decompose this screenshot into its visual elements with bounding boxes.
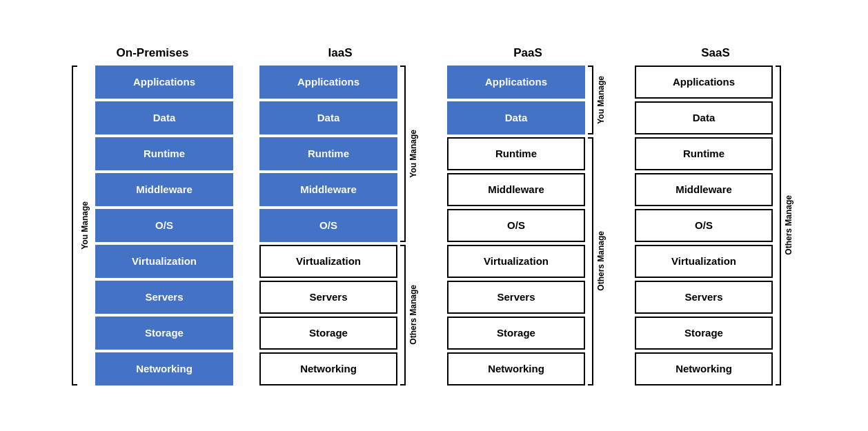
cell-saas-6: Servers [635, 281, 773, 314]
cell-saas-3: Middleware [635, 173, 773, 206]
cell-on-premises-8: Networking [95, 352, 233, 385]
right-brackets-paas: You Manage Others Manage [588, 66, 609, 385]
cell-paas-6: Servers [447, 281, 585, 314]
col-title-saas: SaaS [701, 46, 730, 60]
cell-paas-7: Storage [447, 317, 585, 350]
column-paas: PaaS Applications Data Runtime Middlewar… [447, 46, 609, 385]
cell-paas-8: Networking [447, 352, 585, 385]
column-saas: SaaS Applications Data Runtime Middlewar… [635, 46, 796, 385]
cell-iaas-3: Middleware [259, 173, 397, 206]
column-on-premises: On-Premises You Manage Applications Data… [72, 46, 233, 385]
cell-paas-0: Applications [447, 66, 585, 99]
cell-paas-1: Data [447, 101, 585, 134]
col-title-iaas: IaaS [328, 46, 353, 60]
cell-on-premises-2: Runtime [95, 137, 233, 170]
cell-saas-8: Networking [635, 352, 773, 385]
cell-on-premises-7: Storage [95, 317, 233, 350]
right-brackets-iaas: You Manage Others Manage [400, 66, 421, 385]
col-title-on-premises: On-Premises [117, 46, 189, 60]
cell-saas-0: Applications [635, 66, 773, 99]
cell-saas-7: Storage [635, 317, 773, 350]
cells-saas: Applications Data Runtime Middleware O/S… [635, 66, 773, 385]
cell-saas-1: Data [635, 101, 773, 134]
right-bracket-iaas-bottom-label: Others Manage [407, 285, 420, 345]
cell-iaas-5: Virtualization [259, 245, 397, 278]
cell-on-premises-1: Data [95, 101, 233, 134]
cell-on-premises-0: Applications [95, 66, 233, 99]
col-title-paas: PaaS [513, 46, 542, 60]
cell-iaas-7: Storage [259, 317, 397, 350]
cell-paas-3: Middleware [447, 173, 585, 206]
cell-paas-2: Runtime [447, 137, 585, 170]
cell-iaas-0: Applications [259, 66, 397, 99]
cell-saas-4: O/S [635, 209, 773, 242]
cell-iaas-4: O/S [259, 209, 397, 242]
cell-paas-5: Virtualization [447, 245, 585, 278]
cell-iaas-2: Runtime [259, 137, 397, 170]
right-bracket-paas-top-label: You Manage [595, 76, 607, 124]
cell-iaas-8: Networking [259, 352, 397, 385]
cells-iaas: Applications Data Runtime Middleware O/S… [259, 66, 397, 385]
cell-on-premises-3: Middleware [95, 173, 233, 206]
column-iaas: IaaS Applications Data Runtime Middlewar… [259, 46, 421, 385]
right-bracket-paas-bottom-label: Others Manage [595, 231, 607, 291]
cell-iaas-6: Servers [259, 281, 397, 314]
cell-on-premises-5: Virtualization [95, 245, 233, 278]
left-bracket-label-on-premises: You Manage [79, 201, 91, 250]
cell-on-premises-4: O/S [95, 209, 233, 242]
left-bracket-on-premises: You Manage [72, 66, 92, 385]
cell-paas-4: O/S [447, 209, 585, 242]
right-bracket-iaas-top-label: You Manage [407, 130, 420, 178]
cells-paas: Applications Data Runtime Middleware O/S… [447, 66, 585, 385]
right-bracket-saas: Others Manage [776, 66, 796, 385]
cell-iaas-1: Data [259, 101, 397, 134]
right-bracket-saas-label: Others Manage [782, 195, 795, 255]
cell-saas-2: Runtime [635, 137, 773, 170]
cell-saas-5: Virtualization [635, 245, 773, 278]
cells-on-premises: Applications Data Runtime Middleware O/S… [95, 66, 233, 385]
cell-on-premises-6: Servers [95, 281, 233, 314]
diagram: On-Premises You Manage Applications Data… [65, 32, 803, 399]
